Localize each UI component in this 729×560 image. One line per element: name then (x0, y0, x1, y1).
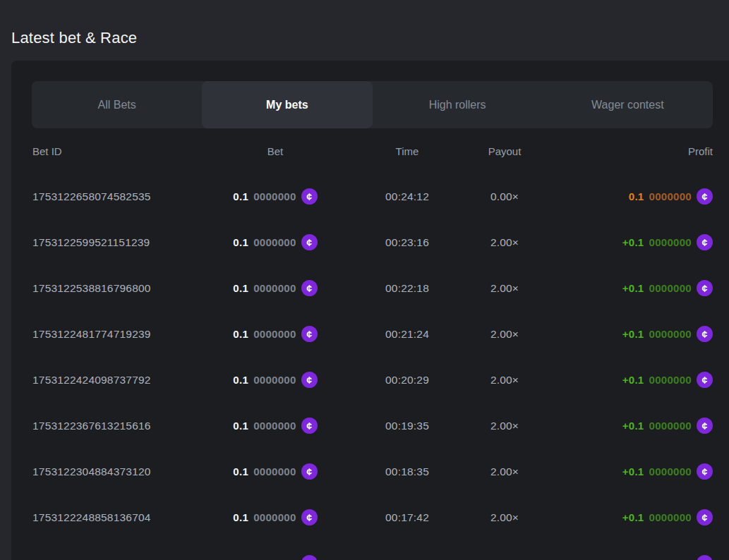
profit-amount-significant: +0.1 (622, 374, 644, 386)
time-value: 00:23:16 (349, 236, 466, 249)
profit-amount: +0.10000000 ¢ (543, 234, 713, 250)
profit-amount-trailing-zeros: 0000000 (649, 420, 692, 432)
profit-amount-trailing-zeros: 0000000 (649, 511, 692, 523)
bet-amount-trailing-zeros: 0000000 (253, 328, 296, 340)
header-bet-id: Bet ID (32, 145, 202, 157)
bet-id-value: 1753122424098737792 (32, 374, 202, 386)
table-row[interactable]: 1753122367613215616 0.10000000 ¢ 00:19:3… (32, 403, 713, 449)
coin-icon: ¢ (697, 234, 713, 250)
profit-amount-significant: 0.05 (629, 557, 650, 560)
time-value: 00:20:29 (349, 374, 466, 386)
time-value: 00:16:46 (349, 557, 466, 560)
coin-icon: ¢ (697, 372, 713, 388)
payout-value: 0.00× (466, 190, 543, 203)
payout-value: 2.00× (466, 282, 543, 295)
latest-bets-panel: All Bets My bets High rollers Wager cont… (11, 61, 729, 560)
coin-icon: ¢ (301, 509, 318, 525)
coin-icon: ¢ (697, 463, 713, 480)
coin-icon: ¢ (697, 555, 713, 560)
time-value: 00:24:12 (349, 190, 466, 203)
header-time: Time (349, 145, 466, 157)
header-bet: Bet (202, 145, 349, 157)
bet-id-value: 1753122481774719239 (32, 328, 202, 341)
profit-amount-trailing-zeros: 0000000 (649, 190, 692, 202)
bet-amount-significant: 0.1 (233, 420, 248, 432)
bet-amount-significant: 0.1 (233, 190, 248, 202)
bet-amount-trailing-zeros: 0000000 (253, 557, 296, 560)
payout-value: 2.00× (466, 511, 543, 524)
tab-high-rollers[interactable]: High rollers (373, 81, 543, 128)
bet-amount-significant: 0.1 (233, 236, 248, 248)
bet-amount-trailing-zeros: 0000000 (253, 282, 296, 294)
profit-amount-trailing-zeros: 0000000 (649, 374, 692, 386)
tab-all-bets[interactable]: All Bets (32, 81, 202, 128)
bet-id-value: 1753122367613215616 (32, 420, 202, 432)
bet-amount-trailing-zeros: 0000000 (253, 420, 296, 432)
payout-value: 2.00× (466, 328, 543, 341)
profit-amount-trailing-zeros: 0000000 (649, 282, 692, 294)
bet-amount-significant: 0.1 (233, 282, 248, 294)
coin-icon: ¢ (697, 326, 713, 342)
bet-id-value: 1753122538816796800 (32, 282, 202, 295)
profit-amount: +0.10000000 ¢ (543, 463, 713, 480)
bet-id-value: 1753122190476791936 (32, 557, 202, 560)
table-row[interactable]: 1753122424098737792 0.10000000 ¢ 00:20:2… (32, 357, 713, 403)
header-profit: Profit (543, 145, 713, 157)
coin-icon: ¢ (697, 418, 713, 434)
bet-amount-significant: 0.1 (233, 328, 248, 340)
bet-id-value: 1753122304884373120 (32, 465, 202, 478)
time-value: 00:21:24 (349, 328, 466, 341)
header-payout: Payout (466, 145, 543, 157)
coin-icon: ¢ (301, 234, 318, 250)
bet-amount-trailing-zeros: 0000000 (253, 236, 296, 248)
bet-amount-trailing-zeros: 0000000 (253, 374, 296, 386)
bet-amount-trailing-zeros: 0000000 (253, 465, 296, 477)
profit-amount-trailing-zeros: 0000000 (649, 465, 692, 477)
time-value: 00:17:42 (349, 511, 466, 524)
profit-amount-trailing-zeros: 000000 (655, 557, 692, 560)
payout-value: 2.00× (466, 236, 543, 249)
coin-icon: ¢ (301, 188, 318, 205)
bet-amount-trailing-zeros: 0000000 (253, 190, 296, 202)
profit-amount: +0.10000000 ¢ (543, 418, 713, 434)
table-row[interactable]: 1753122658074582535 0.10000000 ¢ 00:24:1… (32, 174, 713, 219)
table-row[interactable]: 1753122248858136704 0.10000000 ¢ 00:17:4… (32, 494, 713, 540)
payout-value: 2.00× (466, 374, 543, 386)
bet-id-value: 1753122658074582535 (32, 190, 202, 203)
coin-icon: ¢ (301, 418, 318, 434)
profit-amount-trailing-zeros: 0000000 (649, 328, 692, 340)
profit-amount: +0.10000000 ¢ (543, 372, 713, 388)
tab-my-bets[interactable]: My bets (202, 81, 372, 128)
coin-icon: ¢ (301, 372, 318, 388)
coin-icon: ¢ (301, 463, 318, 480)
coin-icon: ¢ (301, 326, 318, 342)
table-row[interactable]: 1753122481774719239 0.10000000 ¢ 00:21:2… (32, 311, 713, 357)
profit-amount-significant: +0.1 (622, 236, 644, 248)
table-body: 1753122658074582535 0.10000000 ¢ 00:24:1… (32, 174, 713, 560)
payout-value: 2.00× (466, 465, 543, 478)
time-value: 00:19:35 (349, 420, 466, 432)
tab-wager-contest[interactable]: Wager contest (543, 81, 713, 128)
bets-tab-bar: All Bets My bets High rollers Wager cont… (32, 81, 713, 128)
profit-amount-significant: +0.1 (622, 511, 644, 523)
profit-amount: +0.10000000 ¢ (543, 280, 713, 296)
bet-id-value: 1753122599521151239 (32, 236, 202, 249)
table-row[interactable]: 1753122538816796800 0.10000000 ¢ 00:22:1… (32, 265, 713, 311)
profit-amount: 0.10000000 ¢ (543, 188, 713, 205)
coin-icon: ¢ (301, 555, 318, 560)
bet-id-value: 1753122248858136704 (32, 511, 202, 524)
bet-amount-significant: 0.1 (233, 465, 248, 477)
bet-amount: 0.10000000 ¢ (202, 509, 349, 525)
profit-amount-significant: +0.1 (622, 328, 644, 340)
bet-amount: 0.10000000 ¢ (202, 418, 349, 434)
bet-amount: 0.10000000 ¢ (202, 234, 349, 250)
time-value: 00:18:35 (349, 465, 466, 478)
table-header-row: Bet ID Bet Time Payout Profit (32, 128, 713, 174)
table-row[interactable]: 1753122190476791936 0.10000000 ¢ 00:16:4… (32, 540, 713, 560)
coin-icon: ¢ (697, 509, 713, 525)
bet-amount: 0.10000000 ¢ (202, 463, 349, 480)
page-title: Latest bet & Race (11, 28, 729, 49)
table-row[interactable]: 1753122599521151239 0.10000000 ¢ 00:23:1… (32, 219, 713, 265)
table-row[interactable]: 1753122304884373120 0.10000000 ¢ 00:18:3… (32, 449, 713, 494)
bet-amount: 0.10000000 ¢ (202, 280, 349, 296)
